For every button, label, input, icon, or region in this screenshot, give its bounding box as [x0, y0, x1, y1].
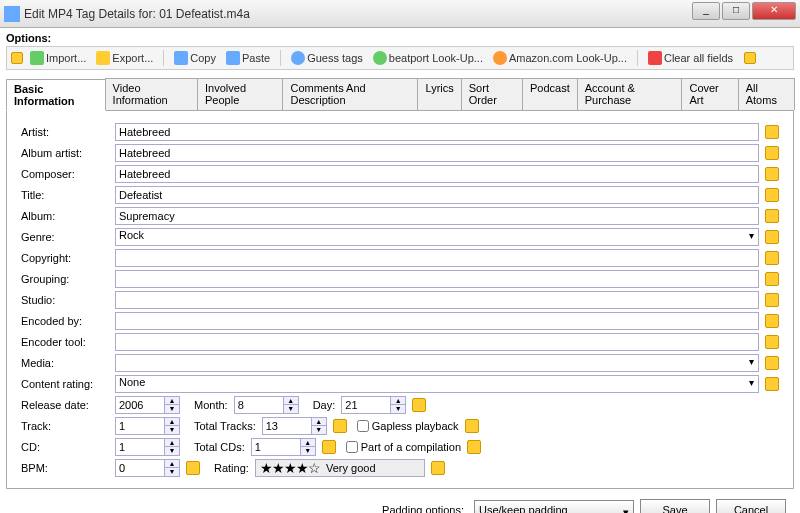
tab-cover-art[interactable]: Cover Art	[681, 78, 738, 110]
content-rating-select[interactable]: None	[115, 375, 759, 393]
field-help-icon[interactable]	[333, 419, 347, 433]
month-input[interactable]	[234, 396, 284, 414]
tab-podcast[interactable]: Podcast	[522, 78, 578, 110]
grouping-label: Grouping:	[21, 273, 115, 285]
help-icon-2[interactable]	[744, 52, 756, 64]
paste-button[interactable]: Paste	[223, 50, 273, 66]
year-input[interactable]	[115, 396, 165, 414]
padding-label: Padding options:	[382, 504, 464, 513]
genre-select[interactable]: Rock	[115, 228, 759, 246]
field-help-icon[interactable]	[765, 272, 779, 286]
bpm-input[interactable]	[115, 459, 165, 477]
composer-label: Composer:	[21, 168, 115, 180]
release-date-label: Release date:	[21, 399, 115, 411]
year-spinner[interactable]: ▲▼	[165, 396, 180, 414]
tab-basic-information[interactable]: Basic Information	[6, 79, 106, 111]
options-label: Options:	[6, 30, 794, 46]
field-help-icon[interactable]	[765, 356, 779, 370]
padding-select[interactable]: Use/keep padding	[474, 500, 634, 513]
close-button[interactable]: ✕	[752, 2, 796, 20]
field-help-icon[interactable]	[765, 125, 779, 139]
import-icon	[30, 51, 44, 65]
album-artist-input[interactable]	[115, 144, 759, 162]
gapless-checkbox[interactable]: Gapless playback	[357, 420, 459, 432]
rating-label: Rating:	[214, 462, 249, 474]
total-cds-label: Total CDs:	[194, 441, 245, 453]
field-help-icon[interactable]	[322, 440, 336, 454]
beatport-button[interactable]: beatport Look-Up...	[370, 50, 486, 66]
guess-icon	[291, 51, 305, 65]
field-help-icon[interactable]	[765, 188, 779, 202]
copy-button[interactable]: Copy	[171, 50, 219, 66]
encoded-by-label: Encoded by:	[21, 315, 115, 327]
tab-account-purchase[interactable]: Account & Purchase	[577, 78, 683, 110]
form-panel: Artist: Album artist: Composer: Title: A…	[6, 111, 794, 489]
album-input[interactable]	[115, 207, 759, 225]
guess-tags-button[interactable]: Guess tags	[288, 50, 366, 66]
copyright-input[interactable]	[115, 249, 759, 267]
total-cds-input[interactable]	[251, 438, 301, 456]
footer: Padding options: Use/keep padding Save C…	[6, 489, 794, 513]
total-tracks-input[interactable]	[262, 417, 312, 435]
tab-involved-people[interactable]: Involved People	[197, 78, 283, 110]
artist-label: Artist:	[21, 126, 115, 138]
track-label: Track:	[21, 420, 115, 432]
tab-sort-order[interactable]: Sort Order	[461, 78, 523, 110]
maximize-button[interactable]: □	[722, 2, 750, 20]
beatport-icon	[373, 51, 387, 65]
total-tracks-spinner[interactable]: ▲▼	[312, 417, 327, 435]
amazon-button[interactable]: Amazon.com Look-Up...	[490, 50, 630, 66]
field-help-icon[interactable]	[765, 167, 779, 181]
field-help-icon[interactable]	[765, 377, 779, 391]
tab-comments[interactable]: Comments And Description	[282, 78, 418, 110]
title-input[interactable]	[115, 186, 759, 204]
album-artist-label: Album artist:	[21, 147, 115, 159]
export-button[interactable]: Export...	[93, 50, 156, 66]
minimize-button[interactable]: _	[692, 2, 720, 20]
encoded-by-input[interactable]	[115, 312, 759, 330]
copy-icon	[174, 51, 188, 65]
tab-all-atoms[interactable]: All Atoms	[738, 78, 795, 110]
import-button[interactable]: Import...	[27, 50, 89, 66]
cancel-button[interactable]: Cancel	[716, 499, 786, 513]
field-help-icon[interactable]	[765, 251, 779, 265]
encoder-tool-label: Encoder tool:	[21, 336, 115, 348]
cd-input[interactable]	[115, 438, 165, 456]
paste-icon	[226, 51, 240, 65]
help-icon[interactable]	[11, 52, 23, 64]
field-help-icon[interactable]	[765, 335, 779, 349]
field-help-icon[interactable]	[765, 314, 779, 328]
field-help-icon[interactable]	[412, 398, 426, 412]
grouping-input[interactable]	[115, 270, 759, 288]
artist-input[interactable]	[115, 123, 759, 141]
field-help-icon[interactable]	[467, 440, 481, 454]
tab-lyrics[interactable]: Lyrics	[417, 78, 461, 110]
save-button[interactable]: Save	[640, 499, 710, 513]
track-input[interactable]	[115, 417, 165, 435]
field-help-icon[interactable]	[431, 461, 445, 475]
field-help-icon[interactable]	[465, 419, 479, 433]
cd-label: CD:	[21, 441, 115, 453]
day-label: Day:	[313, 399, 336, 411]
month-spinner[interactable]: ▲▼	[284, 396, 299, 414]
media-select[interactable]	[115, 354, 759, 372]
studio-input[interactable]	[115, 291, 759, 309]
total-cds-spinner[interactable]: ▲▼	[301, 438, 316, 456]
cd-spinner[interactable]: ▲▼	[165, 438, 180, 456]
clear-button[interactable]: Clear all fields	[645, 50, 736, 66]
field-help-icon[interactable]	[765, 293, 779, 307]
day-spinner[interactable]: ▲▼	[391, 396, 406, 414]
compilation-checkbox[interactable]: Part of a compilation	[346, 441, 461, 453]
day-input[interactable]	[341, 396, 391, 414]
composer-input[interactable]	[115, 165, 759, 183]
rating-field[interactable]: ★★★★☆ Very good	[255, 459, 425, 477]
bpm-spinner[interactable]: ▲▼	[165, 459, 180, 477]
field-help-icon[interactable]	[186, 461, 200, 475]
field-help-icon[interactable]	[765, 209, 779, 223]
encoder-tool-input[interactable]	[115, 333, 759, 351]
tab-video-information[interactable]: Video Information	[105, 78, 198, 110]
field-help-icon[interactable]	[765, 146, 779, 160]
track-spinner[interactable]: ▲▼	[165, 417, 180, 435]
field-help-icon[interactable]	[765, 230, 779, 244]
titlebar: Edit MP4 Tag Details for: 01 Defeatist.m…	[0, 0, 800, 28]
